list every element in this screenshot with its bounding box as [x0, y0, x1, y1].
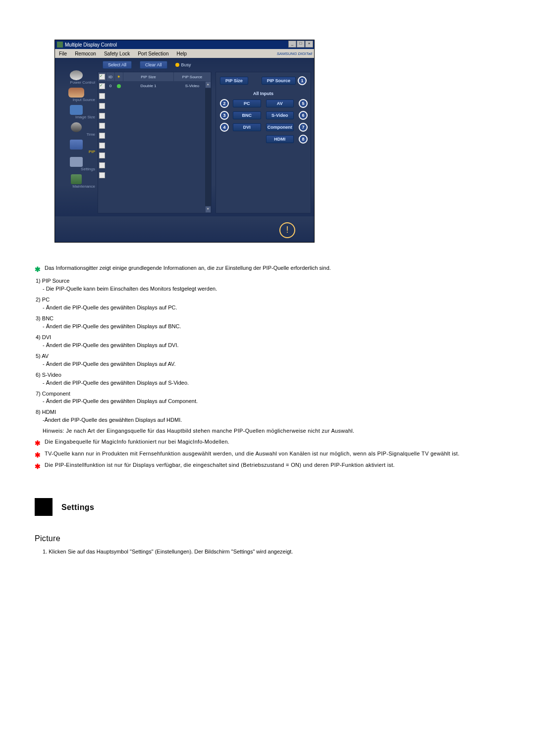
- menu-port-selection[interactable]: Port Selection: [134, 51, 172, 56]
- all-inputs-label: All Inputs: [220, 91, 307, 96]
- right-panel-top: PIP Size PIP Source 1: [220, 76, 307, 85]
- table-row[interactable]: [98, 170, 211, 180]
- checkbox-icon[interactable]: [99, 113, 105, 119]
- table-row[interactable]: [98, 121, 211, 131]
- checkbox-icon[interactable]: [99, 93, 105, 99]
- list-item: 2) PC - Ändert die PIP-Quelle des gewähl…: [36, 296, 515, 312]
- input-hdmi-button[interactable]: HDMI: [266, 135, 294, 143]
- sidebar-item-pip[interactable]: PIP: [57, 140, 96, 154]
- star-text: Die Eingabequelle für MagicInfo funktion…: [45, 438, 229, 448]
- star-note-1: ✱ Die Eingabequelle für MagicInfo funkti…: [35, 438, 515, 448]
- checkbox-icon[interactable]: [99, 103, 105, 109]
- grid-panel: ID ✶ PIP Size PIP Source 0 Double 1 S-Vi…: [98, 72, 212, 213]
- row-pip-size: Double 1: [123, 81, 174, 91]
- menu-safety-lock[interactable]: Safety Lock: [100, 51, 134, 56]
- sidebar-item-maintenance[interactable]: Maintenance: [57, 174, 96, 189]
- star-text: Die PIP-Einstellfunktion ist nur für Dis…: [45, 461, 395, 471]
- table-row[interactable]: [98, 160, 211, 170]
- sidebar: Power Control Input Source Image Size Ti…: [55, 58, 98, 216]
- col-pip-size[interactable]: PIP Size: [123, 72, 174, 81]
- table-row[interactable]: [98, 141, 211, 151]
- image-size-icon: [70, 105, 83, 115]
- document-content: ✱ Das Informationsgitter zeigt einige gr…: [30, 264, 520, 556]
- sidebar-item-power-control[interactable]: Power Control: [57, 70, 96, 85]
- list-item: 3) BNC - Ändert die PIP-Quelle des gewäh…: [36, 315, 515, 331]
- status-header-icon: ✶: [117, 74, 121, 79]
- settings-block-icon: [35, 498, 53, 516]
- toolbar: Select All Clear All Busy: [98, 58, 314, 72]
- settings-title: Settings: [61, 502, 94, 513]
- list-item: 7) Component - Ändert die PIP-Quelle des…: [36, 390, 515, 406]
- sidebar-label: Maintenance: [56, 184, 96, 189]
- table-row[interactable]: [98, 101, 211, 111]
- checkbox-icon[interactable]: [99, 133, 105, 139]
- table-row[interactable]: [98, 131, 211, 141]
- star-text: TV-Quelle kann nur in Produkten mit Fern…: [45, 450, 460, 460]
- app-window: Multiple Display Control _ □ × File Remo…: [54, 40, 315, 243]
- brand-label: SAMSUNG DIGITall: [277, 51, 312, 56]
- callout-2: 2: [220, 99, 229, 108]
- sidebar-label: PIP: [56, 150, 96, 154]
- input-pc-button[interactable]: PC: [233, 100, 261, 107]
- checkbox-icon[interactable]: [99, 162, 105, 168]
- grid-scrollbar[interactable]: ▴ ▾: [205, 81, 211, 213]
- menu-remocon[interactable]: Remocon: [71, 51, 100, 56]
- scroll-down-button[interactable]: ▾: [205, 206, 211, 213]
- input-component-button[interactable]: Component: [266, 123, 294, 131]
- sidebar-item-image-size[interactable]: Image Size: [57, 105, 96, 119]
- row-checkbox[interactable]: [98, 81, 107, 91]
- sidebar-item-input-source[interactable]: Input Source: [57, 88, 96, 102]
- input-bnc-button[interactable]: BNC: [233, 111, 261, 119]
- pip-size-button[interactable]: PIP Size: [220, 77, 248, 85]
- sidebar-item-settings[interactable]: Settings: [57, 157, 96, 171]
- header-checkbox-icon[interactable]: [99, 74, 105, 80]
- maximize-button[interactable]: □: [297, 41, 305, 48]
- sidebar-item-time[interactable]: Time: [57, 122, 96, 137]
- checkbox-icon[interactable]: [99, 123, 105, 129]
- grid-header: ID ✶ PIP Size PIP Source: [98, 72, 211, 81]
- callout-1: 1: [298, 76, 307, 85]
- input-av-button[interactable]: AV: [266, 100, 294, 107]
- select-all-button[interactable]: Select All: [103, 61, 132, 69]
- col-pip-source[interactable]: PIP Source: [174, 72, 211, 81]
- sidebar-label: Settings: [56, 167, 96, 171]
- checkbox-icon[interactable]: [99, 143, 105, 149]
- checkbox-icon[interactable]: [99, 172, 105, 178]
- callout-3: 3: [220, 111, 229, 120]
- table-row[interactable]: [98, 91, 211, 101]
- input-dvi-button[interactable]: DVI: [233, 123, 261, 131]
- col-id[interactable]: ID: [107, 72, 115, 81]
- settings-header: Settings: [35, 498, 515, 516]
- callout-4: 4: [220, 123, 229, 132]
- sidebar-label: Power Control: [56, 80, 96, 85]
- menu-help[interactable]: Help: [172, 51, 191, 56]
- clear-all-button[interactable]: Clear All: [140, 61, 167, 69]
- checkbox-icon[interactable]: [99, 83, 105, 89]
- close-button[interactable]: ×: [305, 41, 313, 48]
- app-icon: [57, 42, 63, 48]
- scroll-up-button[interactable]: ▴: [205, 81, 211, 88]
- status-dot-icon: [117, 84, 121, 88]
- center-row: ID ✶ PIP Size PIP Source 0 Double 1 S-Vi…: [98, 72, 314, 216]
- title-bar: Multiple Display Control _ □ ×: [55, 40, 314, 49]
- input-svideo-button[interactable]: S-Video: [266, 111, 294, 119]
- pip-source-button[interactable]: PIP Source: [262, 77, 296, 85]
- menu-file[interactable]: File: [55, 51, 71, 56]
- scroll-track[interactable]: [205, 88, 211, 206]
- list-item: 1) PIP Source - Die PIP-Quelle kann beim…: [36, 277, 515, 293]
- pip-icon: [70, 140, 83, 150]
- col-check[interactable]: [98, 72, 107, 81]
- table-row[interactable]: 0 Double 1 S-Video: [98, 81, 211, 91]
- time-icon: [71, 122, 82, 132]
- callout-7: 7: [299, 123, 308, 132]
- busy-indicator: Busy: [175, 62, 191, 67]
- checkbox-icon[interactable]: [99, 152, 105, 158]
- list-item: 6) S-Video - Ändert die PIP-Quelle des g…: [36, 371, 515, 387]
- inputs-grid: 2 PC AV 5 3 BNC S-Video 6 4 DVI Componen…: [220, 99, 307, 144]
- table-row[interactable]: [98, 151, 211, 160]
- minimize-button[interactable]: _: [288, 41, 296, 48]
- power-control-icon: [70, 70, 83, 80]
- col-status[interactable]: ✶: [115, 72, 123, 81]
- table-row[interactable]: [98, 111, 211, 121]
- callout-5: 5: [299, 99, 308, 108]
